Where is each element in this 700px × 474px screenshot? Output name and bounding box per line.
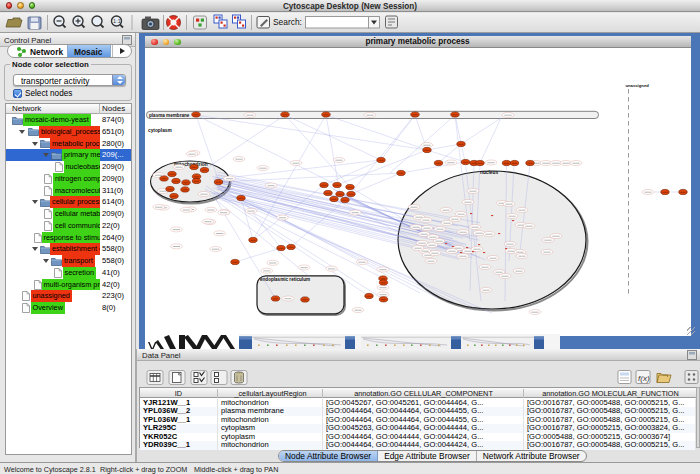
svg-text:Search:: Search: <box>273 17 302 27</box>
svg-text:nucleus: nucleus <box>480 169 498 174</box>
svg-text:unassigned: unassigned <box>625 83 649 88</box>
svg-text:plasma membrane: plasma membrane <box>149 113 190 118</box>
svg-text:f(x): f(x) <box>638 374 650 383</box>
svg-text:cytoplasm: cytoplasm <box>148 128 172 133</box>
svg-text:1:1: 1:1 <box>113 18 121 24</box>
svg-text:endoplasmic reticulum: endoplasmic reticulum <box>260 277 310 282</box>
